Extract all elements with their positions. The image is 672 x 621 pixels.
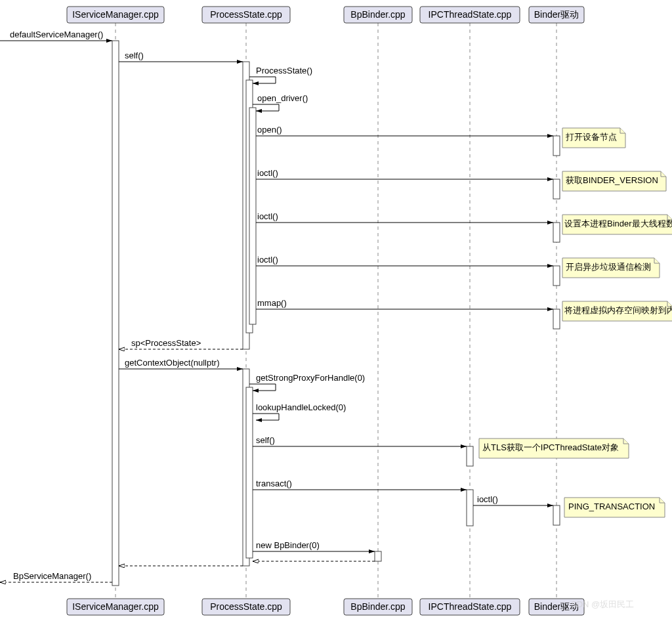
activation-its-2	[467, 490, 473, 526]
svg-text:开启异步垃圾通信检测: 开启异步垃圾通信检测	[566, 262, 651, 272]
activation-its-1	[467, 446, 473, 466]
svg-text:打开设备节点: 打开设备节点	[565, 132, 617, 142]
activation-bd-2	[553, 179, 560, 199]
svg-text:IPCThreadState.cpp: IPCThreadState.cpp	[429, 601, 512, 612]
msg-new-bpbinder: new BpBinder(0)	[256, 540, 320, 550]
msg-ioctl-3: ioctl()	[257, 255, 278, 265]
participant-bd-top: Binder驱动	[529, 7, 584, 23]
msg-bp-service-manager: BpServiceManager()	[13, 571, 91, 581]
note-open: 打开设备节点	[562, 128, 625, 148]
msg-lookup-handle: lookupHandleLocked(0)	[256, 402, 346, 412]
participant-ps-top: ProcessState.cpp	[202, 7, 290, 23]
participant-its-top: IPCThreadState.cpp	[420, 7, 520, 23]
svg-text:BpBinder.cpp: BpBinder.cpp	[350, 601, 405, 612]
activation-ism	[112, 41, 119, 586]
svg-text:获取BINDER_VERSION: 获取BINDER_VERSION	[566, 175, 658, 185]
note-tls: 从TLS获取一个IPCThreadState对象	[479, 439, 629, 458]
msg-get-context-object: getContextObject(nullptr)	[125, 358, 220, 368]
svg-text:将进程虚拟内存空间映射到内: 将进程虚拟内存空间映射到内	[564, 305, 672, 315]
note-mmap: 将进程虚拟内存空间映射到内	[562, 301, 672, 321]
activation-bd-5	[553, 309, 560, 329]
svg-text:从TLS获取一个IPCThreadState对象: 从TLS获取一个IPCThreadState对象	[482, 442, 619, 452]
participant-bpb-top: BpBinder.cpp	[344, 7, 412, 23]
participant-ism-bot: IServiceManager.cpp	[67, 599, 164, 615]
note-max-threads: 设置本进程Binder最大线程数	[562, 215, 672, 234]
msg-transact: transact()	[256, 479, 292, 488]
participant-ism-top: IServiceManager.cpp	[67, 7, 164, 23]
msg-default-service-manager: defaultServiceManager()	[10, 30, 103, 39]
svg-text:IPCThreadState.cpp: IPCThreadState.cpp	[429, 9, 512, 20]
activation-bd-4	[553, 266, 560, 286]
svg-text:设置本进程Binder最大线程数: 设置本进程Binder最大线程数	[564, 219, 672, 228]
msg-return-process-state: sp<ProcessState>	[131, 338, 201, 348]
activation-ps-5	[246, 387, 253, 558]
activation-ps-3	[249, 108, 256, 324]
msg-self: self()	[125, 51, 144, 60]
msg-ioctl-4: ioctl()	[477, 494, 498, 504]
participant-ps-bot: ProcessState.cpp	[202, 599, 290, 615]
msg-open: open()	[257, 125, 282, 135]
note-async-gc: 开启异步垃圾通信检测	[562, 258, 660, 278]
msg-mmap: mmap()	[257, 298, 287, 308]
msg-get-strong-proxy: getStrongProxyForHandle(0)	[256, 373, 365, 383]
msg-its-self: self()	[256, 435, 275, 445]
svg-text:BpBinder.cpp: BpBinder.cpp	[350, 9, 405, 20]
msg-ioctl-2: ioctl()	[257, 211, 278, 221]
note-binder-version: 获取BINDER_VERSION	[562, 171, 666, 191]
participant-bpb-bot: BpBinder.cpp	[344, 599, 412, 615]
svg-text:IServiceManager.cpp: IServiceManager.cpp	[72, 9, 159, 20]
note-ping: PING_TRANSACTION	[564, 498, 665, 517]
svg-text:IServiceManager.cpp: IServiceManager.cpp	[72, 601, 159, 612]
svg-text:ProcessState.cpp: ProcessState.cpp	[210, 9, 282, 20]
activation-bd-1	[553, 136, 560, 156]
svg-text:PING_TRANSACTION: PING_TRANSACTION	[568, 502, 655, 511]
activation-bpb	[375, 551, 381, 561]
activation-bd-6	[553, 505, 560, 525]
svg-text:ProcessState.cpp: ProcessState.cpp	[210, 601, 282, 612]
msg-ioctl-1: ioctl()	[257, 168, 278, 178]
watermark: SDN @坂田民工	[571, 599, 634, 609]
activation-bd-3	[553, 223, 560, 242]
svg-text:Binder驱动: Binder驱动	[534, 9, 579, 20]
sequence-diagram: defaultServiceManager() self() ProcessSt…	[0, 0, 672, 621]
msg-process-state: ProcessState()	[256, 66, 312, 75]
participant-its-bot: IPCThreadState.cpp	[420, 599, 520, 615]
msg-open-driver: open_driver()	[257, 93, 308, 103]
